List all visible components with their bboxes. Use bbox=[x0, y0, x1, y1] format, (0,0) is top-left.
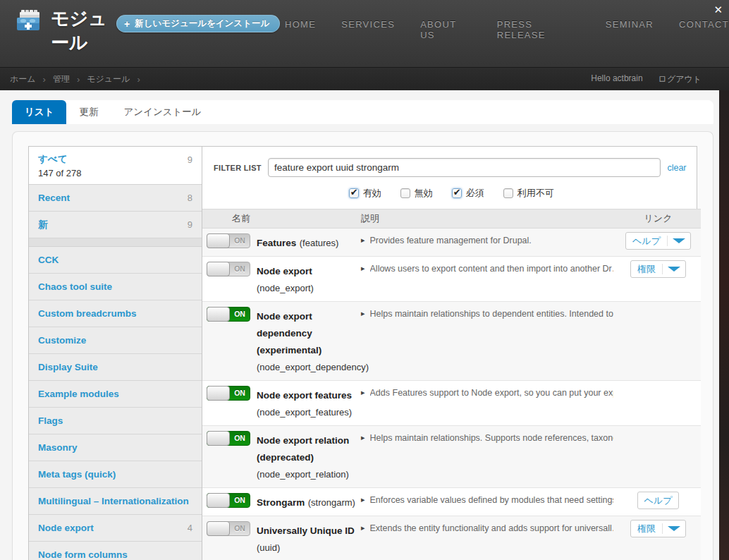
sidebar-separator bbox=[29, 238, 202, 247]
module-row-strongarm: ON Strongarm (strongarm) ▸ Enforces vari… bbox=[202, 487, 701, 516]
sidebar-item-cck[interactable]: CCK bbox=[29, 247, 202, 274]
module-toggle[interactable]: ON bbox=[207, 521, 250, 536]
tab-uninstall[interactable]: アンインストール bbox=[111, 100, 214, 124]
module-filter-sidebar: すべて 9 147 of 278 Recent 8 新 9 CCK bbox=[29, 147, 202, 560]
sidebar-item-all[interactable]: すべて 9 147 of 278 bbox=[29, 147, 202, 185]
toggle-handle bbox=[207, 307, 230, 322]
sidebar-item-node-form-columns[interactable]: Node form columns bbox=[29, 542, 202, 560]
dropdown-arrow-icon[interactable] bbox=[668, 526, 680, 531]
dropdown-arrow-icon[interactable] bbox=[668, 267, 680, 272]
unavailable-checkbox-icon[interactable] bbox=[503, 188, 513, 198]
toggle-handle bbox=[207, 233, 230, 248]
expand-arrow-icon[interactable]: ▸ bbox=[361, 263, 365, 274]
module-machine-name: (node_export_dependency) bbox=[257, 362, 369, 372]
checkbox-disabled[interactable]: 無効 bbox=[400, 187, 433, 200]
module-toggle[interactable]: ON bbox=[207, 493, 250, 508]
sidebar-item-custom-breadcrumbs[interactable]: Custom breadcrumbs bbox=[29, 300, 202, 327]
enabled-checkbox-icon[interactable] bbox=[349, 188, 359, 198]
sidebar-all-label: すべて bbox=[38, 153, 67, 166]
expand-arrow-icon[interactable]: ▸ bbox=[361, 432, 365, 443]
module-toggle[interactable]: ON bbox=[207, 307, 250, 322]
checkbox-unavailable[interactable]: 利用不可 bbox=[503, 187, 554, 200]
sidebar-item-recent[interactable]: Recent 8 bbox=[29, 185, 202, 212]
expand-arrow-icon[interactable]: ▸ bbox=[361, 387, 365, 398]
breadcrumb-home-link[interactable]: ホーム bbox=[10, 73, 36, 85]
close-overlay-icon[interactable]: ✕ bbox=[713, 4, 723, 16]
sidebar-item-example-modules[interactable]: Example modules bbox=[29, 381, 202, 408]
module-description: Extends the entity functionality and add… bbox=[370, 523, 613, 535]
module-toggle[interactable]: ON bbox=[207, 262, 250, 276]
breadcrumb-admin-link[interactable]: 管理 bbox=[53, 73, 70, 85]
module-row-node-export-dependency: ON Node export dependency (experimental)… bbox=[202, 301, 701, 380]
disabled-checkbox-icon[interactable] bbox=[400, 188, 410, 198]
sidebar-item-new[interactable]: 新 9 bbox=[29, 212, 202, 238]
toggle-handle bbox=[207, 386, 230, 401]
nav-item-seminar[interactable]: SEMINAR bbox=[606, 19, 654, 40]
module-description: Helps maintain relationships to dependen… bbox=[370, 308, 613, 321]
table-header: 名前 説明 リンク bbox=[202, 209, 701, 229]
modules-icon bbox=[16, 8, 45, 39]
sidebar-item-meta-tags-quick[interactable]: Meta tags (quick) bbox=[29, 461, 202, 488]
filter-input[interactable] bbox=[268, 158, 661, 177]
module-description: Helps maintain relationships. Supports n… bbox=[370, 432, 613, 445]
nav-item-press-release[interactable]: PRESS RELEASE bbox=[497, 19, 580, 40]
module-machine-name: (node_export_relation) bbox=[257, 469, 349, 480]
nav-item-about-us[interactable]: ABOUT US bbox=[420, 19, 472, 40]
sidebar-item-customize[interactable]: Customize bbox=[29, 327, 202, 354]
module-description: Adds Features support to Node export, so… bbox=[370, 387, 613, 400]
expand-arrow-icon[interactable]: ▸ bbox=[361, 494, 365, 505]
breadcrumb-separator-icon: › bbox=[43, 74, 46, 85]
nav-item-services[interactable]: SERVICES bbox=[341, 19, 395, 40]
main-navigation: HOME SERVICES ABOUT US PRESS RELEASE SEM… bbox=[285, 19, 729, 40]
page-title: モジュール bbox=[51, 7, 118, 55]
module-row-features: ON Features (features) ▸ Provides featur… bbox=[202, 229, 701, 256]
modules-panel: すべて 9 147 of 278 Recent 8 新 9 CCK bbox=[12, 131, 713, 560]
permissions-button[interactable]: 権限 bbox=[630, 260, 686, 278]
sidebar-item-multilingual[interactable]: Multilingual – Internationalization bbox=[29, 488, 202, 515]
logout-link[interactable]: ログアウト bbox=[658, 73, 702, 85]
sidebar-item-node-export[interactable]: Node export 4 bbox=[29, 515, 202, 542]
module-machine-name: (node_export_features) bbox=[257, 407, 352, 418]
breadcrumb-modules-link[interactable]: モジュール bbox=[87, 73, 130, 85]
module-row-uuid: ON Universally Unique ID (uuid) ▸ Extend… bbox=[202, 516, 701, 560]
tab-update[interactable]: 更新 bbox=[66, 100, 111, 124]
sidebar-item-count: 9 bbox=[188, 219, 192, 230]
expand-arrow-icon[interactable]: ▸ bbox=[361, 523, 365, 533]
sidebar-item-display-suite[interactable]: Display Suite bbox=[29, 354, 202, 381]
module-toggle[interactable]: ON bbox=[207, 431, 250, 446]
table-header-description: 説明 bbox=[361, 212, 616, 225]
module-toggle[interactable]: ON bbox=[207, 386, 250, 401]
nav-item-contact[interactable]: CONTACT bbox=[679, 19, 729, 40]
module-row-node-export: ON Node export (node_export) ▸ Allows us… bbox=[202, 256, 701, 301]
install-new-module-label: 新しいモジュールをインストール bbox=[135, 18, 269, 30]
table-header-name: 名前 bbox=[202, 212, 361, 225]
module-description: Allows users to export content and then … bbox=[370, 263, 613, 276]
nav-item-home[interactable]: HOME bbox=[285, 19, 316, 40]
module-toggle[interactable]: ON bbox=[207, 233, 250, 248]
module-description: Provides feature management for Drupal. bbox=[370, 235, 532, 248]
sidebar-item-chaos-tool-suite[interactable]: Chaos tool suite bbox=[29, 274, 202, 300]
help-button[interactable]: ヘルプ bbox=[625, 232, 691, 250]
tab-bar: リスト 更新 アンインストール bbox=[12, 100, 713, 124]
sidebar-item-flags[interactable]: Flags bbox=[29, 408, 202, 434]
module-description: Enforces variable values defined by modu… bbox=[370, 494, 613, 507]
sidebar-item-masonry[interactable]: Masonry bbox=[29, 434, 202, 461]
module-machine-name: (uuid) bbox=[257, 542, 280, 553]
module-name: Node export dependency (experimental) bbox=[257, 311, 321, 355]
required-checkbox-icon[interactable] bbox=[452, 188, 462, 198]
checkbox-required[interactable]: 必須 bbox=[452, 187, 484, 200]
help-button[interactable]: ヘルプ bbox=[637, 492, 680, 509]
breadcrumb: ホーム › 管理 › モジュール › bbox=[10, 73, 140, 85]
clear-filter-link[interactable]: clear bbox=[667, 163, 686, 173]
expand-arrow-icon[interactable]: ▸ bbox=[361, 308, 365, 319]
permissions-button[interactable]: 権限 bbox=[630, 520, 686, 537]
sidebar-all-subtext: 147 of 278 bbox=[38, 168, 192, 178]
checkbox-enabled[interactable]: 有効 bbox=[349, 187, 381, 200]
expand-arrow-icon[interactable]: ▸ bbox=[361, 235, 365, 245]
module-name: Node export bbox=[257, 266, 312, 276]
tab-list[interactable]: リスト bbox=[12, 100, 66, 124]
module-row-node-export-features: ON Node export features (node_export_fea… bbox=[202, 380, 701, 425]
breadcrumb-separator-icon: › bbox=[77, 74, 80, 85]
dropdown-arrow-icon[interactable] bbox=[673, 238, 685, 243]
install-new-module-button[interactable]: + 新しいモジュールをインストール bbox=[116, 15, 280, 32]
